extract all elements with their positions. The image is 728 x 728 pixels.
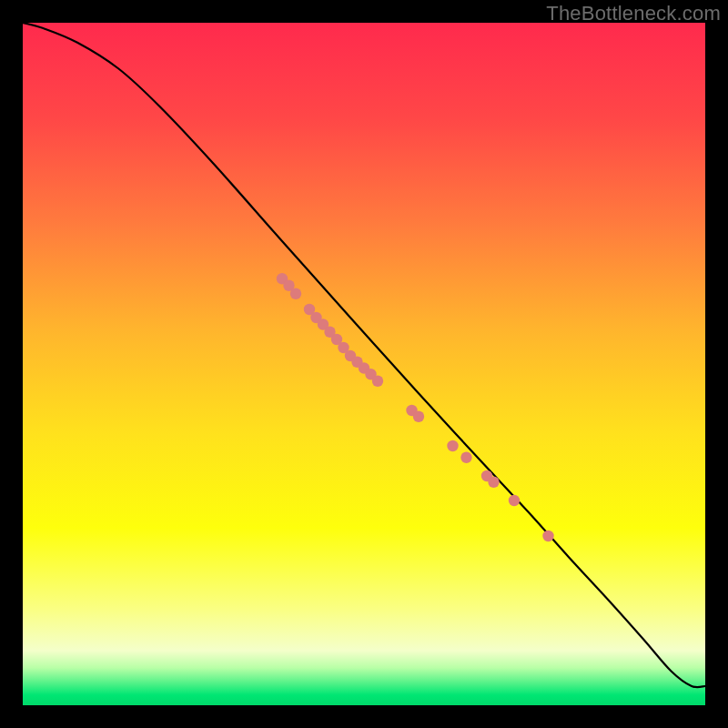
- chart-marker: [460, 452, 471, 463]
- chart-marker: [372, 376, 383, 387]
- chart-marker: [447, 440, 458, 451]
- chart-marker: [542, 531, 553, 541]
- chart-plot: [23, 23, 705, 705]
- chart-marker: [413, 411, 424, 422]
- chart-marker: [488, 477, 499, 488]
- chart-marker: [509, 495, 520, 506]
- chart-marker: [290, 288, 301, 299]
- chart-stage: TheBottleneck.com: [0, 0, 728, 728]
- chart-svg: [23, 23, 705, 705]
